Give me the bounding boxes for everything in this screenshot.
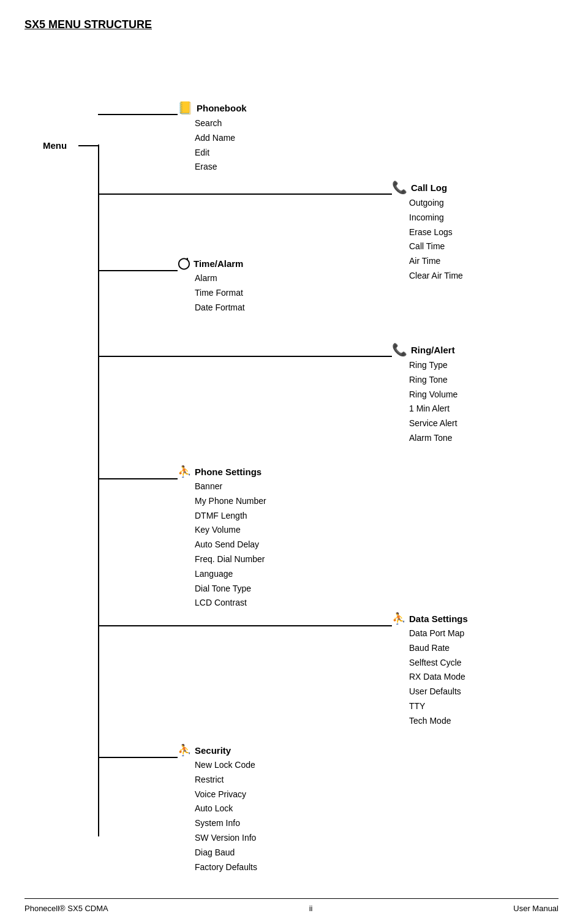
list-item: Ring Type bbox=[409, 358, 457, 373]
calllog-items: Outgoing Incoming Erase Logs Call Time A… bbox=[409, 196, 463, 284]
footer-center: ii bbox=[309, 904, 313, 913]
section-ringalert: 📞 Ring/Alert Ring Type Ring Tone Ring Vo… bbox=[392, 344, 457, 446]
trunk-line bbox=[98, 145, 99, 836]
list-item: Restrict bbox=[195, 773, 257, 787]
timealarm-title: Time/Alarm bbox=[194, 258, 243, 269]
list-item: Freq. Dial Number bbox=[195, 552, 266, 567]
list-item: Tech Mode bbox=[409, 714, 468, 729]
security-title: Security bbox=[195, 745, 231, 756]
security-icon: ⛹ bbox=[178, 745, 191, 756]
list-item: Erase Logs bbox=[409, 225, 463, 240]
calllog-title: Call Log bbox=[411, 182, 447, 193]
ringalert-items: Ring Type Ring Tone Ring Volume 1 Min Al… bbox=[409, 358, 457, 446]
section-calllog: 📞 Call Log Outgoing Incoming Erase Logs … bbox=[392, 181, 463, 284]
list-item: Call Time bbox=[409, 239, 463, 254]
branch-security bbox=[98, 757, 178, 758]
list-item: Ring Tone bbox=[409, 373, 457, 388]
list-item: Add Name bbox=[195, 131, 247, 146]
list-item: Incoming bbox=[409, 211, 463, 225]
list-item: Baud Rate bbox=[409, 641, 468, 656]
footer-right: User Manual bbox=[513, 904, 559, 913]
list-item: SW Version Info bbox=[195, 831, 257, 846]
list-item: Clear Air Time bbox=[409, 269, 463, 284]
list-item: New Lock Code bbox=[195, 758, 257, 773]
list-item: TTY bbox=[409, 699, 468, 714]
branch-phonebook bbox=[98, 114, 178, 115]
diagram: Menu 📒 Phonebook Search Add Name Edit Er… bbox=[24, 50, 559, 895]
list-item: Alarm bbox=[195, 271, 245, 286]
list-item: LCD Contrast bbox=[195, 596, 266, 610]
page-title: SX5 MENU STRUCTURE bbox=[24, 18, 559, 31]
list-item: Auto Send Delay bbox=[195, 538, 266, 552]
list-item: Language bbox=[195, 567, 266, 582]
ringalert-icon: 📞 bbox=[392, 344, 407, 356]
section-phonebook: 📒 Phonebook Search Add Name Edit Erase bbox=[178, 102, 247, 175]
datasettings-icon: ⛹ bbox=[392, 613, 405, 624]
list-item: Date Fortmat bbox=[195, 301, 245, 315]
menu-hline bbox=[78, 145, 99, 146]
list-item: Search bbox=[195, 116, 247, 131]
list-item: Service Alert bbox=[409, 416, 457, 431]
phonebook-icon: 📒 bbox=[178, 102, 193, 114]
section-phonesettings: ⛹ Phone Settings Banner My Phone Number … bbox=[178, 466, 266, 610]
list-item: Voice Privacy bbox=[195, 787, 257, 802]
list-item: RX Data Mode bbox=[409, 670, 468, 685]
list-item: 1 Min Alert bbox=[409, 402, 457, 416]
security-items: New Lock Code Restrict Voice Privacy Aut… bbox=[195, 758, 257, 874]
section-security: ⛹ Security New Lock Code Restrict Voice … bbox=[178, 745, 257, 874]
list-item: Factory Defaults bbox=[195, 860, 257, 875]
list-item: Air Time bbox=[409, 254, 463, 269]
list-item: Time Format bbox=[195, 286, 245, 301]
branch-datasettings bbox=[98, 625, 392, 626]
list-item: Ring Volume bbox=[409, 388, 457, 402]
phonesettings-items: Banner My Phone Number DTMF Length Key V… bbox=[195, 479, 266, 610]
branch-phonesettings bbox=[98, 478, 178, 479]
datasettings-title: Data Settings bbox=[409, 614, 468, 624]
datasettings-items: Data Port Map Baud Rate Selftest Cycle R… bbox=[409, 626, 468, 729]
list-item: Data Port Map bbox=[409, 626, 468, 641]
list-item: DTMF Length bbox=[195, 509, 266, 524]
section-datasettings: ⛹ Data Settings Data Port Map Baud Rate … bbox=[392, 613, 468, 729]
branch-calllog bbox=[98, 193, 392, 195]
list-item: Erase bbox=[195, 160, 247, 175]
phonesettings-icon: ⛹ bbox=[178, 466, 191, 477]
list-item: Auto Lock bbox=[195, 802, 257, 816]
timealarm-items: Alarm Time Format Date Fortmat bbox=[195, 271, 245, 315]
list-item: Edit bbox=[195, 146, 247, 160]
list-item: System Info bbox=[195, 816, 257, 831]
footer-left: Phonecell® SX5 CDMA bbox=[24, 904, 108, 913]
list-item: Dial Tone Type bbox=[195, 582, 266, 596]
list-item: Selftest Cycle bbox=[409, 656, 468, 670]
calllog-icon: 📞 bbox=[392, 181, 407, 193]
list-item: Diag Baud bbox=[195, 846, 257, 860]
list-item: My Phone Number bbox=[195, 494, 266, 509]
branch-timealarm bbox=[98, 270, 178, 271]
ringalert-title: Ring/Alert bbox=[411, 345, 455, 355]
list-item: User Defaults bbox=[409, 685, 468, 699]
list-item: Key Volume bbox=[195, 523, 266, 538]
phonesettings-title: Phone Settings bbox=[195, 467, 261, 477]
list-item: Outgoing bbox=[409, 196, 463, 211]
branch-ringalert bbox=[98, 356, 392, 357]
list-item: Banner bbox=[195, 479, 266, 494]
phonebook-title: Phonebook bbox=[197, 103, 247, 113]
list-item: Alarm Tone bbox=[409, 431, 457, 446]
section-timealarm: ◯̇ Time/Alarm Alarm Time Format Date For… bbox=[178, 258, 245, 315]
phonebook-items: Search Add Name Edit Erase bbox=[195, 116, 247, 175]
timealarm-icon: ◯̇ bbox=[178, 258, 190, 269]
menu-label: Menu bbox=[43, 140, 67, 151]
